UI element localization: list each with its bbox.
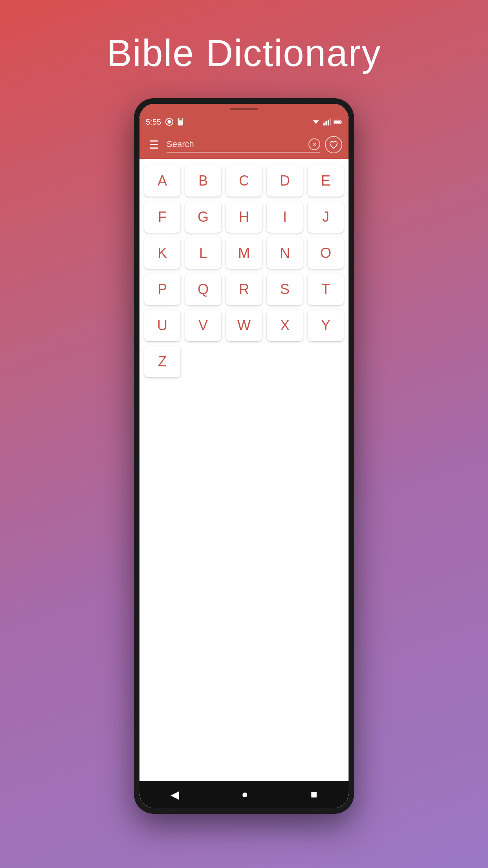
- letter-button-c[interactable]: C: [226, 165, 262, 197]
- letter-button-j[interactable]: J: [308, 201, 344, 233]
- svg-rect-5: [181, 118, 182, 121]
- alphabet-grid: ABCDEFGHIJKLMNOPQRSTUVWXYZ: [139, 159, 349, 781]
- phone-screen: 5:55: [139, 104, 349, 808]
- letter-button-z[interactable]: Z: [144, 346, 180, 377]
- back-button[interactable]: ◀: [163, 784, 187, 805]
- svg-rect-8: [323, 123, 325, 125]
- letter-button-g[interactable]: G: [185, 201, 221, 233]
- letter-button-d[interactable]: D: [267, 165, 303, 197]
- battery-icon: [334, 118, 342, 126]
- speaker-bar: [230, 108, 258, 110]
- sd-card-icon: [176, 118, 185, 126]
- letter-button-t[interactable]: T: [308, 274, 344, 305]
- recents-button[interactable]: ■: [303, 784, 325, 805]
- letter-button-a[interactable]: A: [144, 165, 180, 197]
- search-container: ✕: [167, 137, 320, 153]
- svg-rect-11: [330, 118, 331, 125]
- search-input[interactable]: [167, 139, 308, 149]
- letter-button-w[interactable]: W: [226, 310, 262, 341]
- svg-rect-14: [334, 120, 340, 123]
- status-time: 5:55: [146, 118, 161, 127]
- clear-icon[interactable]: ✕: [308, 138, 320, 150]
- letter-button-p[interactable]: P: [144, 274, 180, 305]
- letter-button-k[interactable]: K: [144, 237, 180, 269]
- letter-button-r[interactable]: R: [226, 274, 262, 305]
- letter-button-o[interactable]: O: [308, 237, 344, 269]
- letter-button-l[interactable]: L: [185, 237, 221, 269]
- letter-button-f[interactable]: F: [144, 201, 180, 233]
- svg-point-1: [167, 120, 171, 123]
- menu-icon[interactable]: ☰: [146, 135, 162, 154]
- svg-rect-9: [325, 121, 327, 125]
- speaker-notch: [139, 104, 349, 113]
- favorites-icon[interactable]: [325, 136, 342, 153]
- letter-button-v[interactable]: V: [185, 310, 221, 341]
- phone-frame: 5:55: [134, 98, 354, 814]
- toolbar: ☰ ✕: [139, 131, 349, 159]
- status-right-icons: [312, 118, 342, 126]
- status-icons: [165, 118, 185, 126]
- letter-button-b[interactable]: B: [185, 165, 221, 197]
- svg-rect-13: [341, 121, 341, 123]
- svg-rect-3: [179, 118, 180, 121]
- letter-button-h[interactable]: H: [226, 201, 262, 233]
- letter-button-e[interactable]: E: [308, 165, 344, 197]
- signal-icon: [323, 118, 331, 126]
- svg-rect-10: [328, 120, 329, 126]
- app-title: Bible Dictionary: [107, 31, 382, 75]
- letter-button-u[interactable]: U: [144, 310, 180, 341]
- wifi-icon: [312, 118, 320, 126]
- letter-button-s[interactable]: S: [267, 274, 303, 305]
- letter-button-i[interactable]: I: [267, 201, 303, 233]
- letter-button-q[interactable]: Q: [185, 274, 221, 305]
- letter-button-x[interactable]: X: [267, 310, 303, 341]
- letter-button-n[interactable]: N: [267, 237, 303, 269]
- heart-svg: [329, 141, 338, 149]
- letter-button-m[interactable]: M: [226, 237, 262, 269]
- status-bar: 5:55: [139, 113, 349, 131]
- notification-icon: [165, 118, 174, 126]
- home-button[interactable]: ●: [234, 784, 256, 805]
- bottom-nav: ◀ ● ■: [139, 781, 349, 808]
- letter-button-y[interactable]: Y: [308, 310, 344, 341]
- svg-rect-4: [180, 118, 181, 121]
